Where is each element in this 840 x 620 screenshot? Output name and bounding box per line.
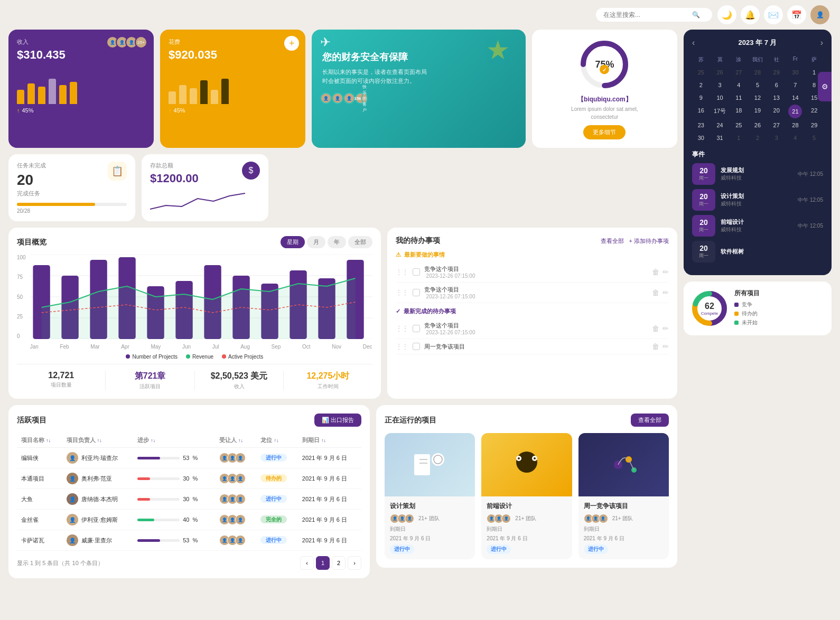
todo-header: 我的待办事项 查看全部 + 添加待办事项 [396,236,669,246]
savings-card: $ 存款总额 $1200.00 [142,154,268,221]
cal-day-16[interactable]: 16 [692,105,710,118]
cal-day-5b[interactable]: 5 [805,132,823,144]
cal-settings-btn[interactable]: ⚙ [818,72,832,101]
event-item-1[interactable]: 20 周一 发展规划 威特科技 中午 12:05 [692,163,823,185]
cal-day-11[interactable]: 11 [730,92,748,104]
todo-checkbox-1[interactable] [413,268,420,276]
cal-day-27b[interactable]: 27 [768,119,786,131]
event-item-2[interactable]: 20 周一 设计策划 威特科技 中午 12:05 [692,189,823,211]
todo-delete-2[interactable]: 🗑 [652,288,659,297]
todo-view-all[interactable]: 查看全部 [601,237,624,245]
prev-page-btn[interactable]: ‹ [300,556,314,570]
cal-day-7[interactable]: 7 [787,79,805,91]
proj-team-2: 👤👤👤 21+ 团队 [487,514,566,523]
cal-day-5[interactable]: 5 [749,79,767,91]
cal-day-25b[interactable]: 25 [730,119,748,131]
cal-day-21-today[interactable]: 21 [788,105,802,118]
cal-day-17[interactable]: 17号 [711,105,729,118]
lead-avatar-3: 👤 [67,493,78,505]
cal-day-22[interactable]: 22 [805,105,823,118]
cal-day-13[interactable]: 13 [768,92,786,104]
cal-day-18[interactable]: 18 [730,105,748,118]
mail-icon[interactable]: ✉️ [764,5,783,24]
cal-day-29b[interactable]: 29 [805,119,823,131]
cal-day-12[interactable]: 12 [749,92,767,104]
cal-day-3b[interactable]: 3 [768,132,786,144]
tab-month[interactable]: 月 [307,236,325,248]
todo-edit-2[interactable]: ✏ [662,288,669,297]
proj-status-1: 进行中 [390,544,414,554]
proj-thumb-1 [385,433,475,496]
table-header: 项目名称 ↑↓ 项目负责人 ↑↓ 进步 ↑↓ 受让人 ↑↓ 龙位 ↑↓ 到期日 … [17,433,361,448]
todo-title: 我的待办事项 [396,236,440,246]
cal-day-10[interactable]: 10 [711,92,729,104]
todo-checkbox-3[interactable] [413,325,420,332]
search-input[interactable] [603,11,688,18]
promo-avatar-1: 👤 [320,92,332,104]
stat-revenue: $2,50,523 美元 收入 [195,371,284,390]
cal-day-30a[interactable]: 30 [787,67,805,78]
mini-avatars-4: 👤👤👤 [219,514,253,525]
next-page-btn[interactable]: › [348,556,361,570]
row5-assignee: 👤👤👤 [215,530,257,551]
cal-day-6[interactable]: 6 [768,79,786,91]
notification-icon[interactable]: 🔔 [741,5,760,24]
task-icon: 📋 [108,162,127,181]
cal-day-28b[interactable]: 28 [787,119,805,131]
cal-day-24[interactable]: 24 [711,119,729,131]
view-all-running-btn[interactable]: 查看全部 [631,414,669,427]
event-item-3[interactable]: 20 周一 前端设计 威特科技 中午 12:05 [692,215,823,237]
todo-delete-1[interactable]: 🗑 [652,268,659,276]
calendar-icon[interactable]: 📅 [787,5,806,24]
cal-day-4b[interactable]: 4 [787,132,805,144]
expense-pct-val: 45% [174,107,185,114]
event-badge-2: 20 周一 [692,189,715,211]
cal-day-3[interactable]: 3 [711,79,729,91]
cal-day-1b[interactable]: 1 [730,132,748,144]
cal-day-19[interactable]: 19 [749,105,767,118]
cal-day-27a[interactable]: 27 [730,67,748,78]
export-button[interactable]: 📊 出口报告 [314,414,361,427]
cal-day-2[interactable]: 2 [692,79,710,91]
search-icon: 🔍 [692,11,700,18]
todo-delete-4[interactable]: 🗑 [652,342,659,351]
cal-day-20[interactable]: 20 [768,105,786,118]
tab-year[interactable]: 年 [328,236,346,248]
search-box[interactable]: 🔍 [596,8,712,22]
cal-day-4[interactable]: 4 [730,79,748,91]
cal-day-9[interactable]: 9 [692,92,710,104]
page-2-btn[interactable]: 2 [332,556,346,570]
todo-edit-4[interactable]: ✏ [662,342,669,351]
todo-urgent-label: ⚠ 最新要做的事情 [396,251,669,259]
cal-day-29a[interactable]: 29 [768,67,786,78]
todo-checkbox-2[interactable] [413,289,420,296]
todo-delete-3[interactable]: 🗑 [652,324,659,333]
todo-add[interactable]: + 添加待办事项 [629,237,669,245]
cal-day-23[interactable]: 23 [692,119,710,131]
dark-mode-icon[interactable]: 🌙 [717,5,736,24]
tab-all[interactable]: 全部 [348,236,372,248]
cal-next-btn[interactable]: › [820,38,823,48]
page-1-btn[interactable]: 1 [316,556,330,570]
todo-text-4: 周一竞争该项目 [424,343,648,351]
cal-day-31[interactable]: 31 [711,132,729,144]
row4-assignee: 👤👤👤 [215,510,257,530]
cal-day-26b[interactable]: 26 [749,119,767,131]
more-details-button[interactable]: 更多细节 [583,125,626,139]
event-item-4[interactable]: 20 周一 软件框树 [692,241,823,262]
cal-day-26a[interactable]: 26 [711,67,729,78]
todo-checkbox-4[interactable] [413,343,420,350]
cal-day-14[interactable]: 14 [787,92,805,104]
cal-prev-btn[interactable]: ‹ [692,38,695,48]
ma15: 👤 [235,535,246,546]
todo-edit-3[interactable]: ✏ [662,324,669,333]
lead-avatar-1: 👤 [67,452,78,464]
tab-week[interactable]: 星期 [281,236,305,248]
cal-day-28a[interactable]: 28 [749,67,767,78]
row1-assignee: 👤👤👤 [215,448,257,468]
cal-day-30b[interactable]: 30 [692,132,710,144]
user-avatar[interactable]: 👤 [810,5,829,24]
cal-day-25a[interactable]: 25 [692,67,710,78]
cal-day-2b[interactable]: 2 [749,132,767,144]
todo-edit-1[interactable]: ✏ [662,268,669,276]
